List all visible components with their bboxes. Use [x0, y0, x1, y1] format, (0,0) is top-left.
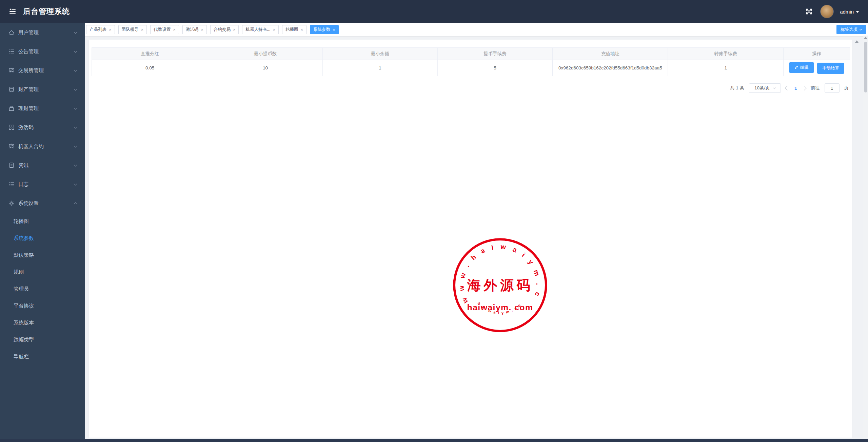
presentation-chart-icon: [8, 67, 15, 73]
cell-actions: 编辑 手动结算: [784, 60, 850, 76]
close-icon[interactable]: ×: [273, 27, 275, 32]
tag-options-button[interactable]: 标签选项: [836, 25, 866, 34]
submenu-label: 系统版本: [14, 320, 34, 326]
sidebar-item-robot-contract[interactable]: 机器人合约: [0, 137, 85, 156]
submenu-item-administrators[interactable]: 管理员: [0, 280, 85, 297]
vertical-scrollbar[interactable]: [863, 36, 868, 439]
grid-icon: [8, 124, 15, 130]
table-header-row: 直推分红 最小提币数 最小余额 提币手续费 充值地址 转账手续费 操作: [92, 48, 850, 60]
edit-label: 编辑: [800, 65, 809, 70]
submenu-item-rules[interactable]: 规则: [0, 264, 85, 280]
submenu-label: 导航栏: [14, 354, 29, 360]
submenu-item-system-params[interactable]: 系统参数: [0, 230, 85, 247]
avatar[interactable]: [820, 5, 834, 18]
close-icon[interactable]: ×: [109, 27, 112, 32]
col-min-withdraw: 最小提币数: [208, 48, 323, 60]
sidebar-item-asset-mgmt[interactable]: 财产管理: [0, 80, 85, 99]
tab-activation-code[interactable]: 激活码×: [182, 25, 207, 34]
goto-page-input[interactable]: [825, 83, 840, 93]
scrollbar-thumb[interactable]: [864, 42, 867, 92]
bullet-list-icon: [8, 48, 15, 55]
inner-scrollbar-up-arrow[interactable]: [855, 40, 859, 43]
chevron-down-icon: [860, 27, 862, 30]
chevron-down-icon: [74, 87, 77, 90]
close-icon[interactable]: ×: [233, 27, 236, 32]
sidebar-item-label: 机器人合约: [18, 143, 44, 150]
submenu-item-platform-agreement[interactable]: 平台协议: [0, 297, 85, 314]
submenu-item-carousel[interactable]: 轮播图: [0, 213, 85, 230]
submenu-item-decline-type[interactable]: 跌幅类型: [0, 331, 85, 348]
submenu-label: 规则: [14, 269, 24, 275]
hamburger-icon: [9, 8, 16, 15]
cell-min-balance: 1: [322, 60, 437, 76]
tag-options-label: 标签选项: [841, 27, 857, 33]
tab-algebra-settings[interactable]: 代数设置×: [150, 25, 179, 34]
tab-carousel[interactable]: 轮播图×: [282, 25, 307, 34]
prev-page-button[interactable]: [785, 86, 790, 90]
tab-label: 轮播图: [285, 27, 298, 33]
close-icon[interactable]: ×: [300, 27, 303, 32]
system-params-table: 直推分红 最小提币数 最小余额 提币手续费 充值地址 转账手续费 操作 0.05…: [92, 47, 850, 76]
cell-withdraw-fee: 5: [437, 60, 553, 76]
bag-icon: [8, 105, 15, 111]
chevron-down-icon: [773, 86, 776, 89]
sidebar-item-news[interactable]: 资讯: [0, 156, 85, 175]
cell-min-withdraw: 10: [208, 60, 323, 76]
tab-bar: 产品列表× 团队领导× 代数设置× 激活码× 合约交易× 机器人持仓...× 轮…: [85, 23, 868, 36]
tab-product-list[interactable]: 产品列表×: [86, 25, 115, 34]
menu-fold-icon[interactable]: [7, 6, 18, 17]
news-icon: [8, 162, 15, 168]
admin-app: 后台管理系统 admin 用户管理: [0, 0, 868, 442]
submenu-item-default-strategy[interactable]: 默认策略: [0, 247, 85, 264]
tab-label: 激活码: [186, 27, 199, 33]
sidebar-item-system-settings[interactable]: 系统设置: [0, 194, 85, 213]
close-icon[interactable]: ×: [173, 27, 176, 32]
sidebar-item-finance-mgmt[interactable]: 理财管理: [0, 99, 85, 118]
caret-down-icon: [856, 11, 859, 13]
cell-direct-dividend: 0.05: [92, 60, 208, 76]
manual-settle-button[interactable]: 手动结算: [817, 63, 844, 74]
page-size-select[interactable]: 10条/页: [749, 83, 781, 93]
tab-label: 产品列表: [90, 27, 106, 33]
manual-settle-label: 手动结算: [822, 65, 839, 71]
next-page-button[interactable]: [802, 86, 806, 90]
app-title: 后台管理系统: [23, 6, 70, 17]
home-icon: [8, 29, 15, 36]
sidebar-item-exchange-mgmt[interactable]: 交易所管理: [0, 61, 85, 80]
sidebar-item-announcement-mgmt[interactable]: 公告管理: [0, 42, 85, 61]
table-row: 0.05 10 1 5 0x962d603c659b162c202fd55d66…: [92, 60, 850, 76]
submenu-label: 跌幅类型: [14, 337, 34, 343]
chevron-down-icon: [74, 163, 77, 166]
sidebar-item-user-mgmt[interactable]: 用户管理: [0, 23, 85, 42]
edit-button[interactable]: 编辑: [789, 62, 814, 73]
total-count: 共 1 条: [730, 85, 744, 91]
submenu-item-navbar[interactable]: 导航栏: [0, 348, 85, 365]
presentation-chart-icon: [8, 143, 15, 149]
sidebar: 用户管理 公告管理 交易所管理 财产管理: [0, 23, 85, 439]
tab-system-params[interactable]: 系统参数×: [310, 25, 339, 34]
scrollbar-up-arrow[interactable]: [864, 37, 867, 39]
fullscreen-icon[interactable]: [804, 6, 814, 17]
chevron-down-icon: [74, 125, 77, 128]
tab-contract-trade[interactable]: 合约交易×: [210, 25, 239, 34]
col-actions: 操作: [784, 48, 850, 60]
submenu-item-system-version[interactable]: 系统版本: [0, 314, 85, 331]
user-menu[interactable]: admin: [840, 9, 859, 15]
sidebar-item-activation-code[interactable]: 激活码: [0, 118, 85, 137]
tab-team-leader[interactable]: 团队领导×: [118, 25, 147, 34]
close-icon[interactable]: ×: [141, 27, 144, 32]
tab-label: 机器人持仓...: [245, 27, 270, 33]
sidebar-item-label: 日志: [18, 181, 28, 188]
chevron-down-icon: [74, 106, 77, 109]
sidebar-item-logs[interactable]: 日志: [0, 175, 85, 194]
chevron-up-icon: [74, 202, 77, 206]
sidebar-item-label: 激活码: [18, 124, 34, 131]
page-number[interactable]: 1: [794, 86, 798, 91]
tab-robot-position[interactable]: 机器人持仓...×: [242, 25, 279, 34]
close-icon[interactable]: ×: [201, 27, 203, 32]
pagination: 共 1 条 10条/页 1 前往 页: [89, 83, 852, 93]
close-icon[interactable]: ×: [333, 27, 335, 32]
goto-label: 前往: [811, 85, 820, 91]
cell-deposit-address: 0x962d603c659b162c202fd55d663f1d5d0db32a…: [553, 60, 668, 76]
sidebar-item-label: 公告管理: [18, 48, 39, 55]
